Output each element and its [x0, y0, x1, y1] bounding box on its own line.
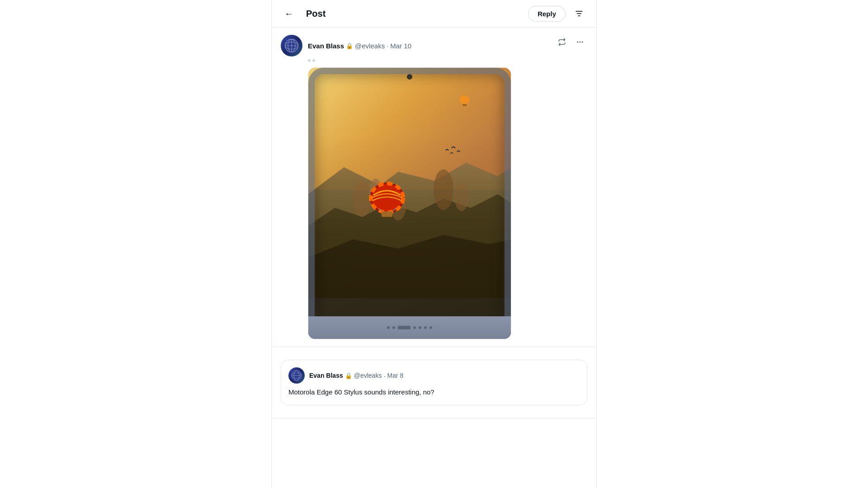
- retweet-icon[interactable]: [555, 35, 569, 49]
- quoted-lock-icon: 🔒: [345, 372, 352, 379]
- svg-point-10: [580, 42, 581, 43]
- lock-icon: 🔒: [346, 42, 353, 49]
- post-section: Evan Blass 🔒 @evleaks · Mar 10: [272, 28, 596, 347]
- port-dot-4: [419, 326, 421, 329]
- svg-point-27: [460, 95, 470, 104]
- more-options-icon[interactable]: [573, 35, 587, 49]
- svg-point-11: [582, 42, 583, 43]
- quoted-user-name: Evan Blass: [309, 372, 343, 379]
- quoted-post-section: Evan Blass 🔒 @evleaks · Mar 8 Motorola E…: [272, 347, 596, 418]
- quoted-user-handle[interactable]: @evleaks: [354, 372, 382, 379]
- quoted-meta: Evan Blass 🔒 @evleaks · Mar 8: [309, 372, 403, 380]
- quoted-post-date: Mar 8: [387, 372, 404, 379]
- port-dot-3: [413, 326, 416, 329]
- quoted-post[interactable]: Evan Blass 🔒 @evleaks · Mar 8 Motorola E…: [281, 360, 587, 405]
- port-dot-5: [424, 326, 427, 329]
- usb-port: [398, 326, 410, 329]
- birds: [443, 144, 466, 157]
- dot-2: [312, 59, 315, 62]
- svg-rect-28: [462, 104, 467, 106]
- quoted-dot-separator: ·: [383, 372, 385, 380]
- user-meta: Evan Blass 🔒 @evleaks · Mar 10: [308, 42, 411, 50]
- svg-point-20: [454, 182, 469, 211]
- phone-mockup: [308, 68, 511, 339]
- camera-notch: [407, 74, 412, 80]
- dot-separator: ·: [387, 42, 388, 50]
- post-user-info: Evan Blass 🔒 @evleaks · Mar 10: [281, 35, 411, 56]
- port-dot-1: [387, 326, 390, 329]
- terrain-svg: [308, 68, 511, 339]
- header: ← Post Reply: [272, 0, 596, 28]
- phone-bottom-ports: [308, 316, 511, 339]
- svg-point-9: [577, 42, 578, 43]
- user-name-row: Evan Blass 🔒 @evleaks · Mar 10: [308, 42, 411, 50]
- svg-point-19: [434, 169, 453, 210]
- user-handle[interactable]: @evleaks: [355, 42, 385, 50]
- back-button[interactable]: ←: [281, 5, 297, 22]
- reply-button[interactable]: Reply: [528, 6, 566, 22]
- user-name: Evan Blass: [308, 42, 344, 50]
- dots-row: [281, 59, 587, 62]
- main-content: ← Post Reply: [271, 0, 597, 488]
- svg-rect-24: [382, 211, 392, 217]
- page-title: Post: [306, 9, 326, 19]
- header-left: ← Post: [281, 5, 326, 22]
- dot-1: [308, 59, 311, 62]
- quoted-avatar[interactable]: [288, 367, 305, 384]
- post-actions: [555, 35, 587, 49]
- avatar[interactable]: [281, 35, 302, 56]
- filter-icon[interactable]: [571, 5, 587, 22]
- phone-image-container[interactable]: [308, 67, 511, 339]
- main-balloon: [369, 182, 405, 218]
- svg-point-16: [353, 181, 371, 217]
- small-balloon: [459, 95, 470, 108]
- avatar-image: [281, 35, 302, 56]
- quoted-post-text: Motorola Edge 60 Stylus sounds interesti…: [288, 387, 580, 398]
- port-dot-2: [392, 326, 395, 329]
- back-arrow-icon: ←: [284, 9, 293, 19]
- page-container: ← Post Reply: [0, 0, 868, 488]
- port-dot-6: [429, 326, 432, 329]
- post-user-row: Evan Blass 🔒 @evleaks · Mar 10: [281, 35, 587, 56]
- post-date: Mar 10: [390, 42, 411, 50]
- quoted-user-row: Evan Blass 🔒 @evleaks · Mar 8: [288, 367, 580, 384]
- header-right: Reply: [528, 5, 587, 22]
